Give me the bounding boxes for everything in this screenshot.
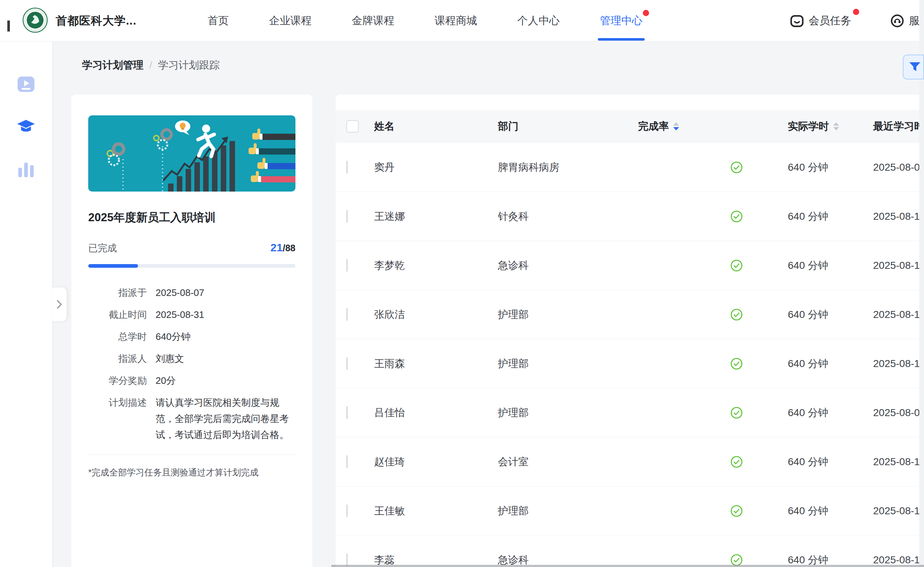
plan-progress-row: 已完成 21/88 [88,241,296,254]
plan-detail-fields: 指派于 2025-08-07 截止时间 2025-08-31 总学时 640分钟… [88,284,296,443]
video-course-icon [17,76,35,92]
filter-funnel-icon [909,62,923,72]
chevron-right-icon [56,299,62,309]
cell-last-study: 2025-08-1 [873,358,920,370]
sort-completion[interactable] [673,122,679,130]
cell-actual-hours: 640 分钟 [788,504,828,518]
breadcrumb: 学习计划管理 / 学习计划跟踪 [82,58,220,72]
training-plan-icon [17,118,35,135]
field-assigner: 指派人 刘惠文 [88,350,296,367]
row-checkbox[interactable] [346,161,348,174]
cell-actual-hours: 640 分钟 [788,455,828,469]
row-checkbox[interactable] [346,504,348,517]
table-header: 姓名 部门 完成率 实际学时 最近学习时间 [336,110,924,143]
plan-title: 2025年度新员工入职培训 [88,210,296,225]
sidebar-item-statistics[interactable] [17,160,35,178]
member-tasks-button[interactable]: 会员任务 [790,0,851,41]
completed-check-icon [730,161,743,174]
header-completion-label: 完成率 [638,119,669,133]
screen-edge-artifact [8,21,10,32]
row-checkbox[interactable] [346,308,348,321]
cell-name: 吕佳怡 [374,406,405,420]
cell-department: 护理部 [498,406,529,420]
field-value: 640分钟 [156,329,190,345]
completed-check-icon [730,456,743,468]
cell-actual-hours: 640 分钟 [788,209,828,223]
row-checkbox[interactable] [346,406,348,419]
statistics-bars-icon [18,161,34,178]
table-row: 王佳敏 护理部 640 分钟 2025-08-1 [336,486,924,535]
row-checkbox[interactable] [346,455,348,468]
cell-actual-hours: 640 分钟 [788,406,828,420]
main-menu: 首页 企业课程 金牌课程 课程商城 个人中心 管理中心 [208,0,642,41]
cell-last-study: 2025-08-1 [873,211,920,222]
header-last-study: 最近学习时间 [873,119,924,133]
cell-last-study: 2025-08-1 [873,554,920,566]
cell-last-study: 2025-08-1 [873,309,920,320]
row-checkbox[interactable] [346,553,348,566]
field-deadline: 截止时间 2025-08-31 [88,307,296,323]
table-row: 王迷娜 针灸科 640 分钟 2025-08-1 [336,192,924,241]
field-assigned-date: 指派于 2025-08-07 [88,284,296,301]
scrollbar-track[interactable] [919,0,924,567]
sidebar-expand-toggle[interactable] [52,287,67,321]
nav-personal-center[interactable]: 个人中心 [517,14,560,28]
cell-last-study: 2025-08-1 [873,505,920,517]
completed-count: 21/88 [270,241,296,254]
table-row: 王雨森 护理部 640 分钟 2025-08-1 [336,339,924,388]
cell-last-study: 2025-08-0 [873,161,920,173]
field-credit-reward: 学分奖励 20分 [88,373,296,389]
cell-name: 李梦乾 [374,259,405,272]
completed-check-icon [730,308,743,321]
table-row: 吕佳怡 护理部 640 分钟 2025-08-0 [336,388,924,437]
nav-home[interactable]: 首页 [208,14,229,28]
completed-check-icon [730,554,743,566]
field-label: 学分奖励 [88,373,147,389]
cell-name: 窦丹 [374,161,394,174]
field-value: 20分 [156,373,176,389]
field-label: 计划描述 [88,394,147,443]
cell-actual-hours: 640 分钟 [788,259,828,272]
cell-department: 针灸科 [498,209,529,223]
cell-department: 会计室 [498,455,529,469]
completed-count-value: 21 [270,241,283,253]
table-row: 窦丹 脾胃病科病房 640 分钟 2025-08-0 [336,143,924,192]
filter-button[interactable] [903,54,924,80]
training-plan-card: 2025年度新员工入职培训 已完成 21/88 指派于 2025-08-07 截… [71,95,312,567]
nav-admin-center[interactable]: 管理中心 [600,14,642,28]
mini-sidebar [0,41,52,567]
field-label: 总学时 [88,329,147,345]
field-label: 指派于 [88,284,147,301]
completed-count-total: /88 [283,243,296,253]
cell-name: 张欣洁 [374,308,405,322]
sort-actual-hours[interactable] [833,122,839,130]
cell-name: 王迷娜 [374,209,405,223]
cell-actual-hours: 640 分钟 [788,308,828,322]
row-checkbox[interactable] [346,210,348,223]
field-value: 2025-08-07 [156,284,204,301]
top-navbar: 首都医科大学... 首页 企业课程 金牌课程 课程商城 个人中心 管理中心 会员… [0,0,924,41]
cell-last-study: 2025-08-0 [873,407,920,419]
field-value: 请认真学习医院相关制度与规范，全部学完后需完成问卷星考试，考试通过后即为培训合格… [156,394,296,443]
sidebar-item-training-plans[interactable] [17,117,35,136]
nav-course-mall[interactable]: 课程商城 [435,14,477,28]
bottom-edge-artifact [331,565,924,567]
table-row: 李梦乾 急诊科 640 分钟 2025-08-1 [336,241,924,290]
breadcrumb-parent[interactable]: 学习计划管理 [82,58,144,72]
row-checkbox[interactable] [346,357,348,370]
row-checkbox[interactable] [346,259,348,272]
cell-last-study: 2025-08-1 [873,260,920,271]
table-row: 张欣洁 护理部 640 分钟 2025-08-1 [336,290,924,339]
sidebar-item-video-courses[interactable] [17,75,35,93]
completed-label: 已完成 [88,242,117,254]
select-all-checkbox[interactable] [346,120,359,132]
nav-gold-courses[interactable]: 金牌课程 [352,14,394,28]
active-tab-underline [598,38,645,41]
brand-title: 首都医科大学... [56,0,136,41]
cell-department: 护理部 [498,357,529,371]
trainees-table-card: 姓名 部门 完成率 实际学时 最近学习时间 窦丹 脾胃病科病房 [336,95,924,567]
member-tasks-dot [853,9,859,15]
completed-check-icon [730,358,743,370]
nav-enterprise-courses[interactable]: 企业课程 [269,14,312,28]
member-badge-icon [790,14,804,27]
